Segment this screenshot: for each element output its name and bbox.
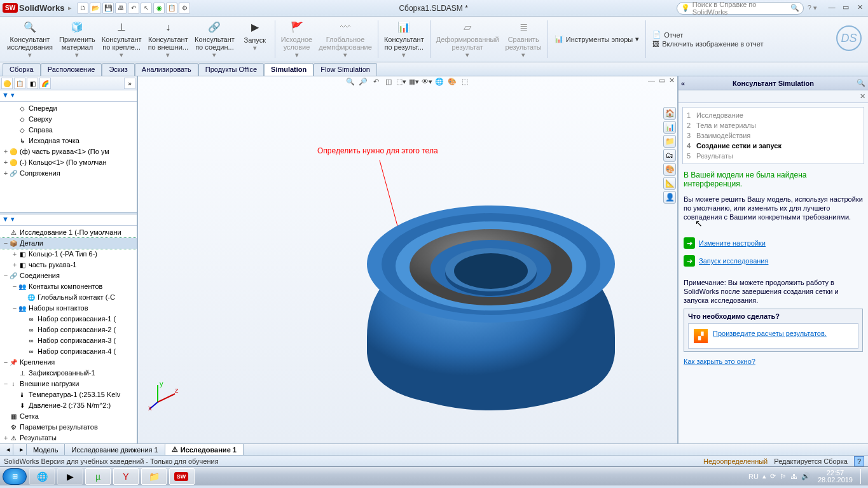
tab-Simulation[interactable]: Simulation (264, 63, 313, 76)
ribbon-консультант[interactable]: 🔍Консультантисследования▾ (4, 18, 56, 60)
tab-Эскиз[interactable]: Эскиз (102, 63, 134, 76)
step-4[interactable]: 4 Создание сетки и запуск (687, 141, 860, 151)
tree-tab-3[interactable]: ◧ (27, 78, 38, 89)
taskpane-view-icon[interactable]: 🗂 (663, 149, 676, 162)
taskpane-explorer-icon[interactable]: 📁 (663, 135, 676, 148)
zoom-area-icon[interactable]: 🔎 (357, 78, 369, 88)
expand-icon[interactable]: + (3, 158, 9, 167)
taskpane-custom-icon[interactable]: 📐 (663, 177, 676, 190)
tree-item[interactable]: ⊥Зафиксированный-1 (0, 368, 137, 379)
scene-icon[interactable]: 🌐 (434, 78, 445, 88)
status-help-icon[interactable]: ? (854, 456, 864, 466)
tray-up-icon[interactable]: ▴ (762, 472, 766, 480)
help-search[interactable]: 💡 Поиск в Справке по SolidWorks 🔍 (677, 2, 804, 15)
step-2[interactable]: 2 Тела и материалы (687, 120, 860, 130)
tree-item[interactable]: −👥Контакты компонентов (0, 281, 137, 292)
tree-item[interactable]: ∞Набор соприкасания-1 ( (0, 314, 137, 324)
collapse-icon[interactable]: « (681, 80, 685, 87)
maximize-button[interactable]: ▭ (840, 3, 851, 13)
ie-icon[interactable]: 🌐 (29, 468, 55, 485)
expand-icon[interactable]: + (3, 169, 9, 178)
start-button[interactable]: ⊞ (3, 468, 27, 485)
system-clock[interactable]: 22:5728.02.2019 (814, 470, 857, 484)
tree-expand-icon[interactable]: » (124, 78, 135, 89)
zoom-fit-icon[interactable]: 🔍 (345, 78, 356, 88)
undo-icon[interactable]: ↶ (128, 3, 139, 14)
expand-icon[interactable]: + (3, 147, 9, 157)
taskpane-appearance-icon[interactable]: 🎨 (663, 163, 676, 176)
tab-Анализировать[interactable]: Анализировать (135, 63, 198, 76)
tree-item[interactable]: ◇Справа (0, 125, 137, 136)
tab-Продукты Office[interactable]: Продукты Office (198, 63, 264, 76)
settings-icon[interactable]: ⚙ (179, 3, 190, 14)
tree-item[interactable]: 🌡Температура-1 (:253.15 Kelv (0, 389, 137, 400)
tree-filter-2[interactable]: ▼ ▾ (0, 214, 137, 226)
study-tab[interactable]: ⚠Исследование 1 (165, 444, 244, 455)
panel-help-icon[interactable]: 🔍 (857, 79, 865, 87)
tray-sound-icon[interactable]: 🔊 (801, 472, 810, 480)
solidworks-task-icon[interactable]: SW (169, 468, 195, 485)
ribbon-консультант[interactable]: ↓Консультантпо внешни...▾ (145, 18, 191, 60)
tree-item[interactable]: 🌐Глобальный контакт (-С (0, 292, 137, 303)
tree-item[interactable]: +◧Кольцо-1 (-PA Тип 6-) (0, 249, 137, 260)
tree-item[interactable]: ◇Спереди (0, 103, 137, 114)
step-5[interactable]: 5 Результаты (687, 151, 860, 161)
ribbon-консультант[interactable]: 📊Консультантпо результ...▾ (381, 18, 427, 60)
include-image-button[interactable]: 🖼Включить изображение в отчет (652, 40, 763, 48)
tree-item[interactable]: −↓Внешние нагрузки (0, 379, 137, 389)
ribbon-консультант[interactable]: 🔗Консультантпо соедин...▾ (191, 18, 238, 60)
show-desktop[interactable] (860, 469, 865, 484)
tree-item[interactable]: +🟡(-) Кольцо<1> (По умолчан (0, 157, 137, 168)
tree-item[interactable]: +🔗Сопряжения (0, 168, 137, 179)
save-icon[interactable]: 💾 (102, 3, 114, 14)
step-3[interactable]: 3 Взаимодействия (687, 130, 860, 141)
tree-item[interactable]: −🔗Соединения (0, 270, 137, 281)
tree-tab-2[interactable]: 📋 (14, 78, 25, 89)
display-style-icon[interactable]: ▦▾ (408, 78, 420, 88)
tree-item[interactable]: ∞Набор соприкасания-4 ( (0, 346, 137, 357)
vp-minimize[interactable]: — (648, 76, 655, 85)
model-viewport[interactable]: 🔍 🔎 ↶ ◫ ⬚▾ ▦▾ 👁▾ 🌐 🎨 ⬚ — ▭ ✕ 🏠 📊 📁 🗂 🎨 📐… (138, 76, 677, 443)
tab-Сборка[interactable]: Сборка (3, 63, 41, 76)
prev-view-icon[interactable]: ↶ (370, 78, 382, 88)
report-button[interactable]: 📄Отчет (652, 31, 763, 39)
tree-item[interactable]: −📦Детали (0, 238, 137, 249)
taskpane-sim-icon[interactable]: 👤 (663, 191, 676, 204)
plot-tools-button[interactable]: 📊Инструменты эпюры ▾ (555, 35, 640, 43)
hide-show-icon[interactable]: 👁▾ (421, 78, 432, 88)
tray-network-icon[interactable]: 🖧 (790, 473, 797, 480)
tree-item[interactable]: −📌Крепления (0, 357, 137, 368)
select-icon[interactable]: ↖ (141, 3, 152, 14)
minimize-button[interactable]: — (826, 3, 837, 13)
change-settings-link[interactable]: ➔ Измените настройки (684, 237, 863, 249)
rebuild-icon[interactable]: ◉ (153, 3, 165, 14)
tree-item[interactable]: ⚙Параметры результатов (0, 422, 137, 433)
tree-item[interactable]: ↳Исходная точка (0, 136, 137, 146)
tab-Flow Simulation[interactable]: Flow Simulation (313, 63, 377, 76)
tree-item[interactable]: ∞Набор соприкасания-2 ( (0, 324, 137, 335)
tree-item[interactable]: ▦Сетка (0, 411, 137, 422)
menu-dropdown-icon[interactable]: ▸ (68, 4, 72, 12)
open-icon[interactable]: 📂 (90, 3, 101, 14)
expand-icon[interactable]: − (3, 379, 9, 389)
expand-icon[interactable]: + (3, 433, 9, 443)
ribbon-запуск[interactable]: ▶Запуск▾ (238, 18, 272, 60)
lang-indicator[interactable]: RU (748, 473, 759, 480)
expand-icon[interactable]: − (3, 239, 9, 248)
tree-tab-4[interactable]: 🌈 (39, 78, 51, 89)
tree-item[interactable]: +◧часть рукава-1 (0, 260, 137, 270)
help-icon[interactable]: ? ▾ (808, 4, 817, 12)
section-icon[interactable]: ◫ (383, 78, 394, 88)
study-tab[interactable]: Исследование движения 1 (65, 444, 165, 455)
tree-item[interactable]: ⬇Давление-2 (:735 N/m^2:) (0, 400, 137, 411)
view-orient-icon[interactable]: ⬚▾ (396, 78, 407, 88)
new-icon[interactable]: 🗋 (77, 3, 88, 14)
tree-item[interactable]: +⚠Результаты (0, 433, 137, 443)
tree-item[interactable]: ◇Сверху (0, 114, 137, 125)
render-icon[interactable]: ⬚ (459, 78, 471, 88)
study-tab[interactable]: Модель (27, 444, 65, 455)
tab-scroll-left[interactable]: ◂ (0, 444, 13, 455)
vp-close[interactable]: ✕ (669, 76, 675, 85)
expand-icon[interactable]: + (11, 260, 18, 270)
options-icon[interactable]: 📋 (166, 3, 177, 14)
